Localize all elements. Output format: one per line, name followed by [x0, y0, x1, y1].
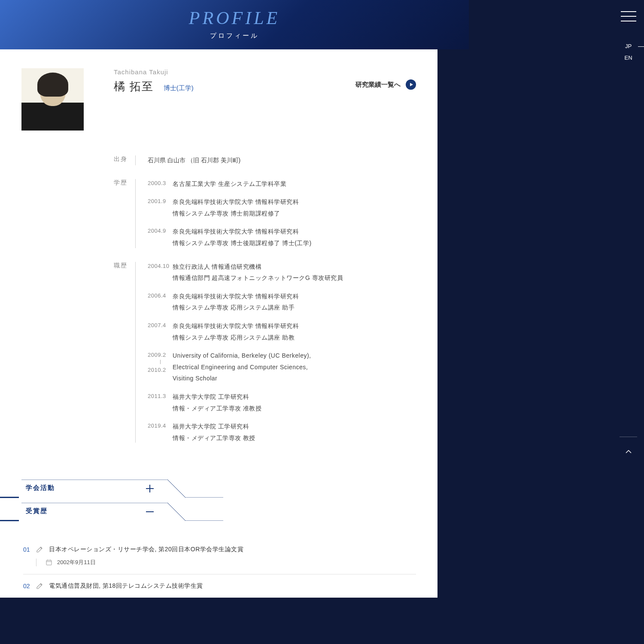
- award-date: 2002年9月11日: [57, 559, 96, 566]
- accordion-awards[interactable]: 受賞歴: [21, 503, 416, 521]
- timeline-item: 2019.4福井大学大学院 工学研究科情報・メディア工学専攻 教授: [148, 421, 416, 444]
- timeline-text: 福井大学大学院 工学研究科情報・メディア工学専攻 教授: [173, 421, 416, 444]
- timeline-date: 2004.9: [148, 226, 173, 249]
- timeline-text: 奈良先端科学技術大学院大学 情報科学研究科情報システム学専攻 応用システム講座 …: [173, 291, 416, 313]
- timeline-date: 2000.3: [148, 178, 173, 190]
- timeline-date: 2019.4: [148, 421, 173, 444]
- timeline-text: 福井大学大学院 工学研究科情報・メディア工学専攻 准教授: [173, 391, 416, 414]
- timeline-text: 独立行政法人 情報通信研究機構情報通信部門 超高速フォトニックネットワークG 専…: [173, 261, 416, 284]
- award-number: 02: [23, 583, 36, 589]
- timeline-date: 2011.3: [148, 391, 173, 414]
- profile-photo: [21, 68, 84, 131]
- timeline-item: 2004.9奈良先端科学技術大学院大学 情報科学研究科情報システム学専攻 博士後…: [148, 226, 416, 249]
- pencil-icon: [36, 583, 43, 589]
- timeline-item: 2009.22010.2University of California, Be…: [148, 350, 416, 384]
- timeline-date: 2004.10: [148, 261, 173, 284]
- timeline-item: 2004.10独立行政法人 情報通信研究機構情報通信部門 超高速フォトニックネッ…: [148, 261, 416, 284]
- timeline-item: 2006.4奈良先端科学技術大学院大学 情報科学研究科情報システム学専攻 応用シ…: [148, 291, 416, 313]
- timeline-item: 2001.9奈良先端科学技術大学院大学 情報科学研究科情報システム学専攻 博士前…: [148, 196, 416, 219]
- award-number: 01: [23, 546, 36, 553]
- award-title: 電気通信普及財団, 第18回テレコムシステム技術学生賞: [49, 582, 203, 590]
- timeline-text: University of California, Berkeley (UC B…: [173, 350, 416, 384]
- timeline-text: 奈良先端科学技術大学院大学 情報科学研究科情報システム学専攻 博士前期課程修了: [173, 196, 416, 219]
- timeline-text: 名古屋工業大学 生産システム工学科卒業: [173, 178, 416, 190]
- timeline-date: 2006.4: [148, 291, 173, 313]
- career-label: 職歴: [114, 261, 135, 444]
- accordion-awards-label: 受賞歴: [26, 507, 48, 515]
- svg-rect-0: [46, 560, 52, 565]
- timeline-date: 2001.9: [148, 196, 173, 219]
- accordion-activities-label: 学会活動: [26, 484, 55, 492]
- timeline-date: 2007.4: [148, 320, 173, 343]
- accordion-activities[interactable]: 学会活動: [21, 480, 416, 498]
- calendar-icon: [46, 559, 52, 565]
- divider: [135, 179, 136, 248]
- profile-name-jp: 橘 拓至: [114, 79, 154, 94]
- pencil-icon: [36, 546, 43, 553]
- origin-label: 出身: [114, 155, 135, 166]
- timeline-item: 2011.3福井大学大学院 工学研究科情報・メディア工学専攻 准教授: [148, 391, 416, 414]
- education-label: 学歴: [114, 178, 135, 249]
- profile-name-en: Tachibana Takuji: [114, 68, 416, 76]
- research-achievements-link[interactable]: 研究業績一覧へ: [355, 79, 416, 90]
- research-achievements-label: 研究業績一覧へ: [355, 81, 401, 89]
- page-title-jp: プロフィール: [0, 32, 469, 40]
- timeline-date: 2009.22010.2: [148, 350, 173, 384]
- award-title: 日本オペレーションズ・リサーチ学会, 第20回日本OR学会学生論文賞: [49, 546, 243, 553]
- timeline-text: 奈良先端科学技術大学院大学 情報科学研究科情報システム学専攻 博士後期課程修了 …: [173, 226, 416, 249]
- page-title-en: PROFILE: [0, 8, 469, 28]
- divider: [135, 262, 136, 443]
- divider: [135, 155, 136, 165]
- award-item: 01日本オペレーションズ・リサーチ学会, 第20回日本OR学会学生論文賞2002…: [23, 538, 416, 574]
- minus-icon: [146, 508, 154, 516]
- play-arrow-icon: [406, 79, 416, 90]
- plus-icon: [146, 485, 154, 492]
- award-item: 02電気通信普及財団, 第18回テレコムシステム技術学生賞: [23, 574, 416, 598]
- timeline-item: 2000.3名古屋工業大学 生産システム工学科卒業: [148, 178, 416, 190]
- profile-degree: 博士(工学): [164, 84, 194, 91]
- origin-value: 石川県 白山市 （旧 石川郡 美川町): [148, 155, 416, 166]
- timeline-text: 奈良先端科学技術大学院大学 情報科学研究科情報システム学専攻 応用システム講座 …: [173, 320, 416, 343]
- timeline-item: 2007.4奈良先端科学技術大学院大学 情報科学研究科情報システム学専攻 応用シ…: [148, 320, 416, 343]
